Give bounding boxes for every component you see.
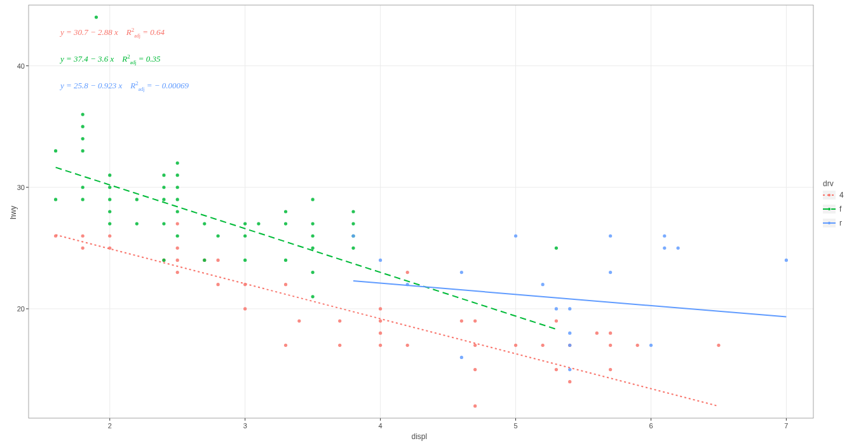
data-point (108, 198, 111, 201)
data-point (108, 222, 111, 226)
legend-label: 4 (839, 191, 844, 200)
data-point (555, 247, 558, 250)
legend-key (823, 205, 836, 214)
data-point (514, 234, 517, 238)
data-point (108, 234, 111, 238)
data-point (176, 186, 179, 189)
data-point (473, 368, 477, 371)
data-point (636, 344, 639, 347)
data-point (81, 186, 85, 189)
data-point (351, 210, 355, 213)
regression-line (56, 167, 557, 329)
x-tick-label: 3 (243, 422, 247, 430)
data-point (379, 259, 382, 262)
data-point (351, 234, 355, 238)
data-point (555, 319, 558, 322)
data-point (311, 247, 315, 250)
legend-item: r (823, 219, 842, 227)
data-point (243, 307, 247, 310)
data-point (663, 247, 666, 250)
x-tick-label: 4 (379, 422, 383, 430)
data-point (243, 222, 247, 226)
data-point (284, 222, 287, 226)
data-point (217, 259, 220, 262)
y-tick-label: 20 (13, 305, 25, 313)
data-point (81, 247, 85, 250)
data-point (284, 210, 287, 213)
data-point (555, 307, 558, 310)
x-tick-label: 6 (649, 422, 653, 430)
data-point (162, 173, 165, 177)
data-point (541, 344, 545, 347)
data-point (406, 344, 409, 347)
legend-key (823, 219, 836, 227)
data-point (460, 356, 463, 359)
data-point (176, 222, 179, 226)
chart-container: 234567 203040 displ hwy drv 4fr y = 30.7… (0, 0, 868, 448)
x-tick-label: 2 (108, 422, 112, 430)
y-tick-label: 40 (13, 62, 25, 70)
data-point (311, 271, 315, 274)
data-point (284, 259, 287, 262)
regression-line (56, 234, 719, 406)
data-point (243, 234, 247, 238)
legend-key (823, 191, 836, 200)
data-point (379, 332, 382, 335)
data-point (379, 319, 382, 322)
data-point (108, 173, 111, 177)
data-point (176, 161, 179, 165)
data-point (568, 368, 571, 371)
data-point (311, 198, 315, 201)
data-point (717, 344, 720, 347)
data-point (460, 319, 463, 322)
data-point (135, 222, 139, 226)
x-tick-label: 7 (784, 422, 788, 430)
data-point (311, 295, 315, 298)
regression-line (353, 281, 786, 316)
data-point (81, 137, 85, 140)
data-point (555, 368, 558, 371)
data-point (311, 234, 315, 238)
data-point (176, 173, 179, 177)
data-point (609, 332, 612, 335)
data-point (162, 186, 165, 189)
data-point (81, 198, 85, 201)
data-point (217, 283, 220, 286)
data-point (338, 319, 341, 322)
data-point (311, 222, 315, 226)
y-tick-label: 30 (13, 184, 25, 191)
data-point (162, 259, 165, 262)
data-point (176, 259, 179, 262)
regression-equation: y = 30.7 − 2.88 x R2adj = 0.64 (60, 27, 165, 39)
data-point (176, 234, 179, 238)
data-point (243, 259, 247, 262)
data-point (351, 247, 355, 250)
data-point (609, 271, 612, 274)
data-point (81, 125, 85, 128)
legend-label: r (839, 219, 842, 227)
data-point (297, 319, 301, 322)
data-point (379, 344, 382, 347)
data-point (338, 344, 341, 347)
x-tick-label: 5 (513, 422, 517, 430)
data-point (473, 404, 477, 407)
data-point (81, 149, 85, 153)
data-point (81, 234, 85, 238)
data-point (473, 344, 477, 347)
data-point (351, 222, 355, 226)
data-point (54, 149, 57, 153)
data-point (176, 271, 179, 274)
data-point (135, 198, 139, 201)
data-point (81, 112, 85, 116)
data-point (203, 259, 206, 262)
legend-label: f (839, 205, 841, 214)
data-point (460, 271, 463, 274)
data-point (568, 344, 571, 347)
data-point (568, 380, 571, 383)
legend-title: drv (823, 179, 834, 188)
data-point (595, 332, 599, 335)
legend-item: 4 (823, 191, 844, 200)
data-point (176, 247, 179, 250)
data-point (284, 344, 287, 347)
data-point (203, 222, 206, 226)
